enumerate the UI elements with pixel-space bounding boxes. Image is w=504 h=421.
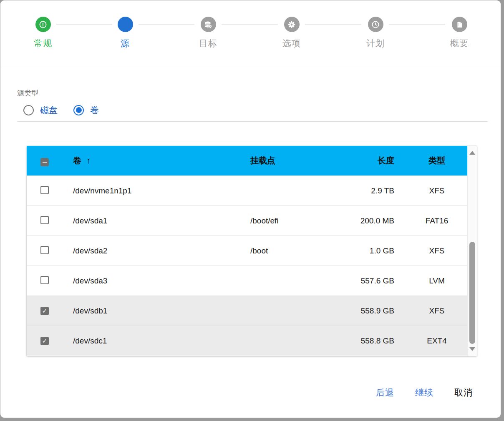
- step-general-label: 常规: [14, 38, 72, 49]
- table-row[interactable]: /dev/sda1 /boot/efi 200.0 MB FAT16: [27, 205, 467, 236]
- cell-volume: /dev/sdb1: [59, 306, 237, 316]
- cell-mount: /boot/efi: [237, 216, 332, 226]
- cell-size: 558.8 GB: [332, 336, 394, 346]
- radio-volume[interactable]: [73, 105, 84, 115]
- wizard-dialog: 常规 源: [0, 0, 501, 418]
- select-all-checkbox[interactable]: [40, 158, 49, 166]
- cell-volume: /dev/sda3: [59, 276, 237, 286]
- row-checkbox[interactable]: [40, 246, 49, 254]
- step-source-label: 源: [96, 38, 154, 49]
- step-target-label: 目标: [179, 38, 237, 49]
- column-header-mount[interactable]: 挂载点: [237, 155, 332, 166]
- dialog-frame: 常规 源: [0, 0, 504, 421]
- gear-icon: [287, 20, 296, 29]
- column-header-size[interactable]: 长度: [332, 155, 394, 166]
- cell-size: 557.6 GB: [332, 276, 394, 286]
- step-options-circle: [284, 17, 300, 32]
- cell-type: XFS: [394, 246, 468, 256]
- cell-size: 1.0 GB: [332, 246, 394, 256]
- clock-icon: [371, 20, 380, 29]
- row-checkbox[interactable]: ✓: [40, 337, 49, 345]
- step-target[interactable]: 目标: [179, 17, 237, 49]
- cell-type: XFS: [394, 186, 468, 195]
- table-row[interactable]: ✓ /dev/sdb1 558.9 GB XFS: [27, 296, 467, 326]
- cell-volume: /dev/sda2: [59, 246, 237, 256]
- scrollbar-thumb[interactable]: [469, 242, 475, 344]
- radio-option-volume[interactable]: 卷: [73, 104, 99, 116]
- scroll-down-icon[interactable]: [469, 347, 475, 351]
- cell-volume: /dev/nvme1n1p1: [59, 186, 237, 195]
- source-divider: [17, 121, 488, 122]
- source-type-label: 源类型: [17, 88, 38, 98]
- stepper-divider: [0, 67, 501, 67]
- cell-type: FAT16: [394, 216, 468, 226]
- table-row[interactable]: ✓ /dev/sdc1 558.8 GB EXT4: [27, 326, 467, 356]
- step-schedule-circle: [368, 17, 383, 32]
- storage-target-icon: [204, 20, 213, 29]
- step-options[interactable]: 选项: [262, 17, 321, 49]
- step-summary-circle: [452, 17, 467, 32]
- cell-type: EXT4: [394, 336, 468, 346]
- source-type-radio-group: 磁盘 卷: [23, 104, 99, 116]
- cell-mount: /boot: [237, 246, 332, 256]
- table-header-row: 卷↑ 挂载点 长度 类型: [27, 146, 467, 175]
- volumes-table: 卷↑ 挂载点 长度 类型 /dev/nvme1n1p1 2.9 TB XFS /…: [27, 146, 477, 356]
- step-target-circle: [201, 17, 216, 32]
- table-row[interactable]: /dev/sda3 557.6 GB LVM: [27, 266, 467, 296]
- cell-size: 200.0 MB: [332, 216, 394, 226]
- document-icon: [455, 20, 464, 29]
- table-scrollbar[interactable]: [467, 146, 477, 356]
- step-source[interactable]: 源: [96, 17, 154, 49]
- row-checkbox[interactable]: [40, 276, 49, 284]
- column-header-type[interactable]: 类型: [394, 155, 468, 166]
- radio-disk[interactable]: [23, 105, 34, 115]
- radio-volume-label: 卷: [90, 104, 99, 116]
- back-button[interactable]: 后退: [375, 385, 395, 400]
- step-options-label: 选项: [262, 38, 321, 49]
- wizard-stepper: 常规 源: [0, 0, 501, 67]
- cell-volume: /dev/sda1: [59, 216, 237, 226]
- column-header-volume[interactable]: 卷↑: [59, 155, 237, 166]
- table-body: /dev/nvme1n1p1 2.9 TB XFS /dev/sda1 /boo…: [27, 175, 467, 356]
- cell-type: XFS: [394, 306, 468, 316]
- step-general-circle: [35, 17, 51, 32]
- cell-volume: /dev/sdc1: [59, 336, 237, 346]
- continue-button[interactable]: 继续: [414, 385, 434, 400]
- cancel-button[interactable]: 取消: [454, 385, 474, 400]
- cell-size: 558.9 GB: [332, 306, 394, 316]
- step-schedule[interactable]: 计划: [346, 17, 405, 49]
- scroll-up-icon[interactable]: [469, 151, 475, 155]
- radio-option-disk[interactable]: 磁盘: [23, 104, 58, 116]
- step-general[interactable]: 常规: [14, 17, 72, 49]
- table-row[interactable]: /dev/sda2 /boot 1.0 GB XFS: [27, 236, 467, 266]
- row-checkbox[interactable]: [40, 216, 49, 224]
- step-summary-label: 概要: [430, 38, 489, 49]
- step-source-circle: [118, 17, 133, 32]
- radio-disk-label: 磁盘: [40, 104, 58, 116]
- wizard-footer: 后退 继续 取消: [0, 382, 474, 403]
- sort-asc-icon: ↑: [86, 156, 91, 165]
- cell-size: 2.9 TB: [332, 186, 394, 195]
- row-checkbox[interactable]: [40, 186, 49, 194]
- cell-type: LVM: [394, 276, 468, 286]
- table-row[interactable]: /dev/nvme1n1p1 2.9 TB XFS: [27, 175, 467, 205]
- row-checkbox[interactable]: ✓: [40, 307, 49, 315]
- info-icon: [38, 20, 48, 29]
- step-schedule-label: 计划: [346, 38, 405, 49]
- step-summary[interactable]: 概要: [430, 17, 489, 49]
